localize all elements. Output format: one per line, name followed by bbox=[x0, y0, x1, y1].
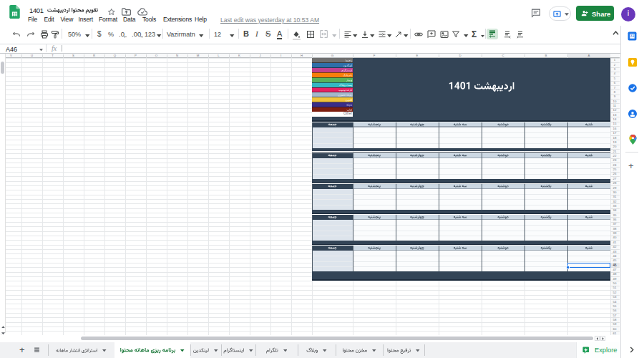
svg-text:31: 31 bbox=[630, 34, 634, 38]
